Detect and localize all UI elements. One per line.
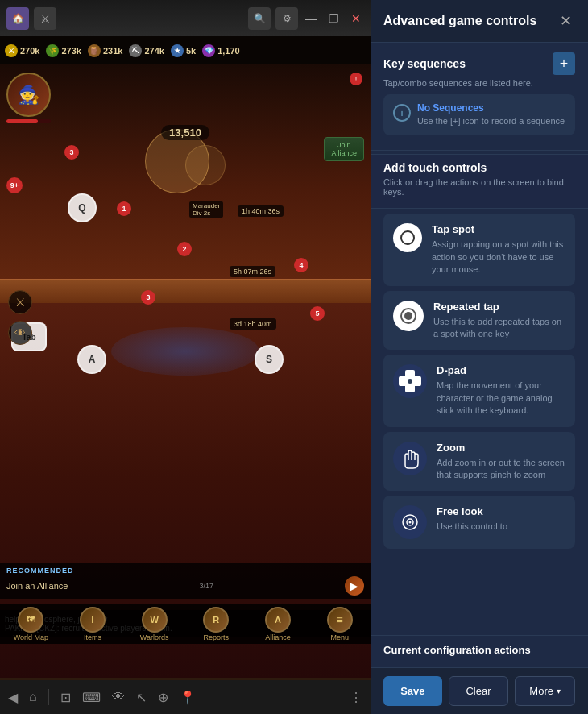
more-button[interactable]: ⋮ bbox=[350, 690, 362, 705]
player-health-bar bbox=[6, 119, 51, 123]
food-icon: 🌾 bbox=[46, 44, 59, 57]
location-button[interactable]: 📍 bbox=[180, 690, 196, 705]
zoom-card[interactable]: Zoom Add zoom in or out to the screen th… bbox=[383, 432, 575, 492]
game-canvas[interactable]: 🧙 9+ 13,510 MarauderDiv 2s 1h 40m 36s 5h… bbox=[0, 64, 371, 678]
bottom-toolbar: ◀ ⌂ ⊡ ⌨ 👁 ↖ ⊕ 📍 ⋮ bbox=[0, 680, 371, 714]
gold-icon: ⚔ bbox=[5, 44, 18, 57]
search-icon[interactable]: 🔍 bbox=[248, 7, 271, 30]
map-badge-2: 1 bbox=[117, 201, 131, 216]
freelook-icon bbox=[393, 505, 427, 539]
zoom-icon bbox=[393, 442, 427, 475]
home-button[interactable]: ⌂ bbox=[29, 690, 37, 704]
timer-3: 3d 18h 40m bbox=[230, 318, 276, 330]
tap-spot-desc: Assign tapping on a spot with this actio… bbox=[432, 239, 565, 276]
recommended-count: 3/17 bbox=[199, 582, 213, 590]
score-display: 13,510 bbox=[161, 125, 209, 140]
panel-title: Advanced game controls bbox=[383, 14, 536, 28]
add-touch-section: Add touch controls Click or drag the act… bbox=[371, 154, 588, 209]
info-icon: i bbox=[393, 104, 411, 122]
alliance-label: Alliance bbox=[265, 633, 291, 641]
reports-icon: R bbox=[203, 607, 229, 633]
worldmap-icon: 🗺 bbox=[18, 607, 43, 633]
close-button[interactable]: ✕ bbox=[348, 12, 364, 25]
stone-icon: ⛏ bbox=[129, 44, 142, 57]
tap-spot-card[interactable]: Tap spot Assign tapping on a spot with t… bbox=[383, 214, 575, 285]
key-q-button[interactable]: Q bbox=[68, 193, 97, 222]
game-icon[interactable]: ⚔ bbox=[34, 7, 56, 30]
overview-button[interactable]: ⊡ bbox=[60, 690, 71, 705]
action-bar: Save Clear More ▾ bbox=[371, 667, 588, 714]
map-badge-1: 3 bbox=[64, 145, 79, 160]
nav-menu[interactable]: ≡ Menu bbox=[308, 604, 371, 644]
dpad-card[interactable]: D-pad Map the movement of your character… bbox=[383, 355, 575, 426]
game-area: 🏠 ⚔ 🔍 ⚙ — ❐ ✕ ⚔ 270k 🌾 273k 🪵 231k ⛏ bbox=[0, 0, 371, 714]
toolbar-sep-1 bbox=[48, 689, 49, 705]
stats-bar: ⚔ 270k 🌾 273k 🪵 231k ⛏ 274k ★ 5k 💎 1,170 bbox=[0, 36, 371, 64]
nav-worldmap[interactable]: 🗺 World Map bbox=[0, 604, 62, 644]
save-button[interactable]: Save bbox=[383, 676, 442, 706]
close-panel-button[interactable]: ✕ bbox=[556, 11, 575, 31]
warlords-label: Warlords bbox=[140, 633, 169, 641]
freelook-card[interactable]: Free look Use this control to bbox=[383, 496, 575, 549]
svg-point-14 bbox=[409, 521, 412, 524]
add-sequence-button[interactable]: + bbox=[553, 52, 575, 75]
key-sequences-title: Key sequences bbox=[383, 57, 466, 70]
key-sequences-section: Key sequences + Tap/combo sequences are … bbox=[371, 43, 588, 147]
alliance-button[interactable]: JoinAlliance bbox=[324, 137, 364, 161]
player-avatar: 🧙 bbox=[6, 73, 51, 117]
level-badge: 9+ bbox=[6, 177, 23, 193]
clear-button[interactable]: Clear bbox=[449, 676, 509, 706]
map-badge-3: 2 bbox=[177, 242, 192, 256]
items-label: Items bbox=[84, 633, 101, 641]
svg-point-0 bbox=[401, 231, 414, 244]
nav-items[interactable]: I Items bbox=[62, 604, 124, 644]
minimize-button[interactable]: — bbox=[303, 12, 319, 25]
cursor-button[interactable]: ↖ bbox=[136, 690, 147, 705]
record-button[interactable]: ⊕ bbox=[158, 690, 168, 705]
items-icon: I bbox=[80, 607, 106, 633]
repeated-tap-icon bbox=[393, 301, 424, 331]
more-button[interactable]: More ▾ bbox=[515, 676, 575, 706]
back-button[interactable]: ◀ bbox=[8, 690, 18, 705]
zoom-name: Zoom bbox=[437, 442, 565, 454]
right-panel: Advanced game controls ✕ Key sequences +… bbox=[371, 0, 588, 714]
repeated-tap-card[interactable]: Repeated tap Use this to add repeated ta… bbox=[383, 291, 575, 351]
settings-icon[interactable]: ⚙ bbox=[275, 7, 298, 30]
zoom-desc: Add zoom in or out to the screen that su… bbox=[437, 457, 565, 482]
more-arrow-icon: ▾ bbox=[557, 687, 561, 695]
no-sequences-card: i No Sequences Use the [+] icon to recor… bbox=[383, 94, 575, 135]
recommended-arrow[interactable]: ▶ bbox=[345, 576, 364, 596]
add-touch-title: Add touch controls bbox=[383, 161, 575, 174]
repeated-tap-name: Repeated tap bbox=[433, 301, 565, 313]
dpad-icon bbox=[393, 364, 427, 398]
config-section: Current configuration actions bbox=[371, 635, 588, 667]
no-seq-title: No Sequences bbox=[417, 102, 565, 114]
dpad-name: D-pad bbox=[437, 364, 565, 376]
reports-label: Reports bbox=[204, 633, 230, 641]
nav-reports[interactable]: R Reports bbox=[185, 604, 247, 644]
timer-2: 5h 07m 26s bbox=[230, 266, 275, 277]
alliance-icon: A bbox=[265, 607, 291, 633]
wood-icon: 🪵 bbox=[88, 44, 101, 57]
eye-button[interactable]: 👁 bbox=[112, 690, 125, 704]
key-sequences-desc: Tap/combo sequences are listed here. bbox=[383, 78, 575, 88]
keyboard-button[interactable]: ⌨ bbox=[82, 690, 101, 705]
side-btn-1[interactable]: ⚔ bbox=[8, 290, 32, 314]
gem-icon: 💎 bbox=[202, 44, 215, 57]
svg-point-8 bbox=[408, 379, 412, 384]
restore-button[interactable]: ❐ bbox=[325, 12, 342, 25]
freelook-desc: Use this control to bbox=[437, 521, 507, 533]
key-s-button[interactable]: S bbox=[255, 345, 284, 374]
panel-header: Advanced game controls ✕ bbox=[371, 0, 588, 43]
key-a-button[interactable]: A bbox=[77, 345, 106, 374]
side-btn-2[interactable]: 👁 bbox=[8, 321, 32, 345]
tap-spot-icon bbox=[393, 223, 422, 252]
nav-alliance[interactable]: A Alliance bbox=[247, 604, 309, 644]
home-icon[interactable]: 🏠 bbox=[6, 7, 29, 30]
repeated-tap-desc: Use this to add repeated taps on a spot … bbox=[433, 316, 565, 341]
dpad-desc: Map the movement of your character or th… bbox=[437, 380, 565, 417]
nav-warlords[interactable]: W Warlords bbox=[123, 604, 185, 644]
panel-content[interactable]: Key sequences + Tap/combo sequences are … bbox=[371, 43, 588, 635]
config-title: Current configuration actions bbox=[383, 644, 575, 656]
menu-icon: ≡ bbox=[327, 607, 353, 633]
